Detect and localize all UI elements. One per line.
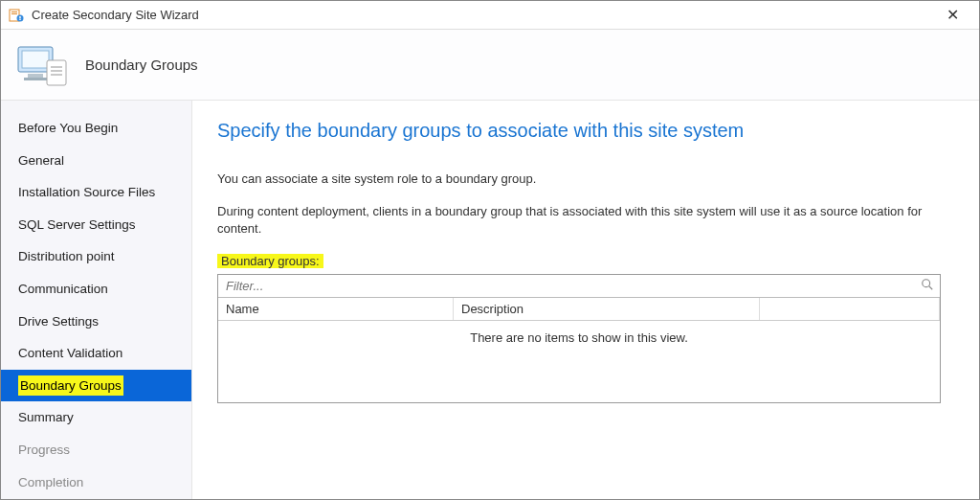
sidebar-item-label: Completion xyxy=(18,475,83,489)
close-icon[interactable]: ✕ xyxy=(933,6,971,24)
column-header-name[interactable]: Name xyxy=(218,298,454,320)
sidebar-item-distribution-point[interactable]: Distribution point xyxy=(1,240,191,273)
svg-rect-13 xyxy=(51,74,62,76)
sidebar-item-before-you-begin[interactable]: Before You Begin xyxy=(1,112,191,145)
content-paragraph-2: During content deployment, clients in a … xyxy=(217,203,950,238)
sidebar-item-label: Summary xyxy=(18,410,74,424)
sidebar-item-general[interactable]: General xyxy=(1,145,191,177)
svg-rect-12 xyxy=(51,70,62,72)
sidebar-item-content-validation[interactable]: Content Validation xyxy=(1,337,191,370)
sidebar-item-label: Before You Begin xyxy=(18,121,118,135)
search-icon[interactable] xyxy=(915,278,940,294)
window-title: Create Secondary Site Wizard xyxy=(32,8,933,22)
sidebar-item-label: Installation Source Files xyxy=(18,185,155,199)
sidebar-item-label: Drive Settings xyxy=(18,314,99,329)
content-pane: Specify the boundary groups to associate… xyxy=(192,101,979,500)
app-icon xyxy=(9,8,24,23)
filter-row xyxy=(218,275,940,298)
svg-rect-5 xyxy=(19,18,20,19)
svg-rect-1 xyxy=(11,11,17,12)
sidebar-item-label: Boundary Groups xyxy=(18,375,123,397)
sidebar-item-label: General xyxy=(18,153,64,168)
sidebar-item-boundary-groups[interactable]: Boundary Groups xyxy=(1,370,191,402)
sidebar-item-sql-server-settings[interactable]: SQL Server Settings xyxy=(1,209,191,241)
svg-line-15 xyxy=(929,285,933,289)
sidebar-item-label: Distribution point xyxy=(18,249,115,263)
svg-rect-7 xyxy=(22,51,49,68)
content-paragraph-1: You can associate a site system role to … xyxy=(217,170,950,188)
svg-rect-2 xyxy=(11,13,17,14)
sidebar-item-label: Communication xyxy=(18,282,108,296)
svg-rect-11 xyxy=(51,66,62,68)
sidebar-item-label: Progress xyxy=(18,443,70,457)
sidebar-item-progress: Progress xyxy=(1,434,191,466)
empty-table-message: There are no items to show in this view. xyxy=(218,321,940,402)
svg-rect-8 xyxy=(28,74,43,78)
titlebar: Create Secondary Site Wizard ✕ xyxy=(1,1,979,30)
wizard-icon xyxy=(16,41,70,89)
sidebar-item-summary[interactable]: Summary xyxy=(1,401,191,434)
wizard-header: Boundary Groups xyxy=(1,30,979,101)
svg-rect-9 xyxy=(24,78,47,80)
column-header-spacer xyxy=(760,298,940,320)
sidebar-item-drive-settings[interactable]: Drive Settings xyxy=(1,306,191,338)
svg-point-14 xyxy=(923,279,930,286)
boundary-groups-label: Boundary groups: xyxy=(217,254,323,268)
filter-input[interactable] xyxy=(218,275,915,297)
content-heading: Specify the boundary groups to associate… xyxy=(217,120,950,142)
column-header-description[interactable]: Description xyxy=(454,298,760,320)
sidebar-item-label: Content Validation xyxy=(18,346,122,360)
table-header: Name Description xyxy=(218,298,940,321)
svg-rect-4 xyxy=(19,16,20,18)
boundary-groups-table: Name Description There are no items to s… xyxy=(217,274,941,403)
sidebar-item-completion: Completion xyxy=(1,466,191,499)
sidebar-item-communication[interactable]: Communication xyxy=(1,273,191,306)
svg-rect-10 xyxy=(47,60,66,85)
wizard-steps-sidebar: Before You Begin General Installation So… xyxy=(1,101,192,500)
page-title: Boundary Groups xyxy=(85,57,198,73)
sidebar-item-label: SQL Server Settings xyxy=(18,217,136,232)
sidebar-item-installation-source-files[interactable]: Installation Source Files xyxy=(1,176,191,209)
